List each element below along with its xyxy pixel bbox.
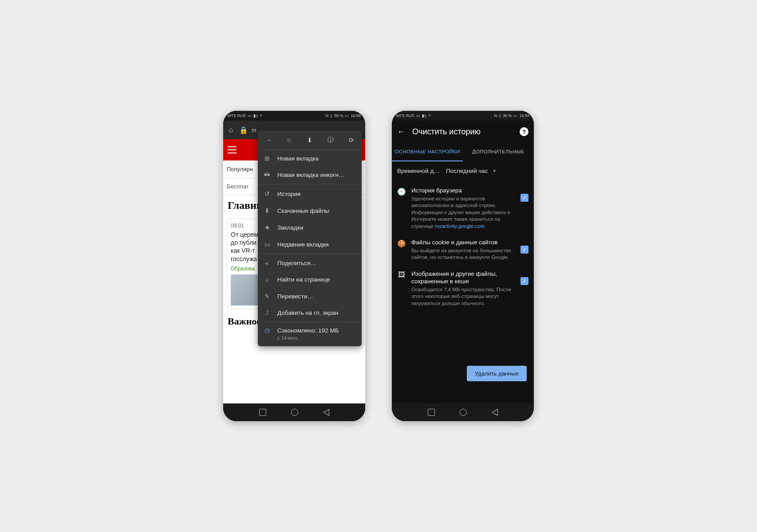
menu-translate[interactable]: ✎ Перевести… xyxy=(258,288,362,305)
saved-main: Сэкономлено: 192 МБ xyxy=(277,327,339,335)
nav-recent-button[interactable] xyxy=(428,409,435,416)
checkbox-checked[interactable]: ✓ xyxy=(520,194,528,202)
menu-divider xyxy=(258,254,362,254)
hamburger-icon[interactable] xyxy=(228,146,237,153)
menu-bookmarks[interactable]: ★ Закладки xyxy=(258,219,362,236)
signal-icon: ▮▯ xyxy=(422,113,426,118)
status-time: 16:58 xyxy=(351,113,361,118)
delete-data-button[interactable]: Удалить данные xyxy=(467,366,527,381)
time-range-select[interactable]: Последний час ▼ xyxy=(446,168,497,174)
bookmark-star-icon[interactable]: ☆ xyxy=(286,137,292,144)
nfc-icon: N xyxy=(325,113,328,118)
star-icon: ★ xyxy=(263,224,271,231)
android-nav-bar xyxy=(392,403,534,421)
status-bar: MTS RUS ▭ ▮▯ ᯤ N ▯ 39 % ▭ 16:58 xyxy=(223,111,365,121)
battery-percent: 39 % xyxy=(503,113,512,118)
home-icon[interactable]: ⌂ xyxy=(227,126,235,134)
clear-item-cookies[interactable]: 🍪 Файлы cookie и данные сайтов Вы выйдет… xyxy=(392,234,534,266)
menu-new-tab[interactable]: ⊞ Новая вкладка xyxy=(258,150,362,167)
devices-icon: ▭ xyxy=(263,241,271,248)
volte-icon: ▭ xyxy=(248,113,252,118)
history-icon: ↺ xyxy=(263,190,271,197)
carrier-label: MTS RUS xyxy=(228,113,246,118)
battery-icon: ▭ xyxy=(345,113,349,118)
clock-icon: 🕘 xyxy=(397,188,406,196)
menu-share[interactable]: ⪪ Поделиться… xyxy=(258,255,362,271)
back-arrow-icon[interactable]: ← xyxy=(397,127,405,137)
clear-item-desc: Освободится 7,4 МБ пространства. После э… xyxy=(411,286,515,307)
volte-icon: ▭ xyxy=(416,113,420,118)
saved-sub: с 14 июн. xyxy=(277,335,339,341)
menu-top-row: → ☆ ⬇ ⓘ ⟳ xyxy=(258,130,362,150)
screen-body: ← Очистить историю ? ОСНОВНЫЕ НАСТРОЙКИ … xyxy=(392,121,534,403)
add-home-icon: ⤴ xyxy=(263,309,271,316)
translate-icon: ✎ xyxy=(263,293,271,300)
menu-divider xyxy=(258,322,362,322)
time-range-row[interactable]: Временной д… Последний час ▼ xyxy=(392,161,534,180)
clear-item-desc: Удаление истории и вариантов автозаполне… xyxy=(411,196,515,230)
search-page-icon: ⌕ xyxy=(263,276,271,283)
clear-list: 🕘 История браузера Удаление истории и ва… xyxy=(392,180,534,313)
clear-item-title: Файлы cookie и данные сайтов xyxy=(411,239,515,246)
clear-history-header: ← Очистить историю ? xyxy=(392,121,534,143)
forward-icon[interactable]: → xyxy=(265,137,272,143)
menu-data-saved[interactable]: ◷ Сэкономлено: 192 МБ с 14 июн. xyxy=(258,323,362,344)
checkbox-checked[interactable]: ✓ xyxy=(520,277,528,285)
lock-icon: 🔒 xyxy=(239,126,247,134)
time-range-label: Временной д… xyxy=(397,168,446,174)
menu-recent-tabs[interactable]: ▭ Недавние вкладки xyxy=(258,236,362,253)
menu-add-to-home[interactable]: ⤴ Добавить на гл. экран xyxy=(258,305,362,321)
signal-icon: ▮▯ xyxy=(253,113,258,118)
download-icon[interactable]: ⬇ xyxy=(307,137,312,144)
image-icon: 🖼 xyxy=(397,271,406,279)
nav-back-button[interactable] xyxy=(492,409,498,416)
info-icon[interactable]: ⓘ xyxy=(327,136,334,144)
wifi-icon: ᯤ xyxy=(260,113,264,118)
help-icon[interactable]: ? xyxy=(520,127,528,136)
clear-item-cache[interactable]: 🖼 Изображения и другие файлы, сохраненны… xyxy=(392,266,534,312)
clear-item-desc: Вы выйдете из аккаунтов на большинстве с… xyxy=(411,247,515,261)
download-icon: ⬇ xyxy=(263,207,271,214)
battery-icon: ▭ xyxy=(513,113,517,118)
nav-recent-button[interactable] xyxy=(259,409,266,416)
nav-back-button[interactable] xyxy=(323,409,329,416)
status-time: 16:58 xyxy=(519,113,529,118)
plus-box-icon: ⊞ xyxy=(263,155,271,162)
clear-item-history[interactable]: 🕘 История браузера Удаление истории и ва… xyxy=(392,182,534,234)
android-nav-bar xyxy=(223,403,365,421)
battery-percent: 39 % xyxy=(334,113,343,118)
nfc-icon: N xyxy=(494,113,497,118)
tabs-row: ОСНОВНЫЕ НАСТРОЙКИ ДОПОЛНИТЕЛЬНЫЕ xyxy=(392,143,534,161)
cookie-icon: 🍪 xyxy=(397,239,406,248)
chevron-down-icon: ▼ xyxy=(493,168,497,173)
nav-home-button[interactable] xyxy=(460,409,467,416)
nav-home-button[interactable] xyxy=(291,409,298,416)
checkbox-checked[interactable]: ✓ xyxy=(520,246,528,254)
clear-item-title: История браузера xyxy=(411,187,515,195)
vibrate-icon: ▯ xyxy=(499,113,501,118)
speedometer-icon: ◷ xyxy=(263,327,271,341)
phone-left: MTS RUS ▭ ▮▯ ᯤ N ▯ 39 % ▭ 16:58 ⌂ 🔒 m По… xyxy=(223,111,365,421)
stage: MTS RUS ▭ ▮▯ ᯤ N ▯ 39 % ▭ 16:58 ⌂ 🔒 m По… xyxy=(87,61,670,471)
share-icon: ⪪ xyxy=(263,260,271,266)
menu-history[interactable]: ↺ История xyxy=(258,185,362,202)
status-bar: MTS RUS ▭ ▮▯ ᯤ N ▯ 39 % ▭ 16:58 xyxy=(392,111,534,121)
carrier-label: MTS RUS xyxy=(396,113,414,118)
menu-divider xyxy=(258,184,362,184)
wifi-icon: ᯤ xyxy=(428,113,432,118)
menu-find[interactable]: ⌕ Найти на странице xyxy=(258,271,362,288)
vibrate-icon: ▯ xyxy=(330,113,332,118)
menu-new-incognito[interactable]: 🕶 Новая вкладка инкогн… xyxy=(258,167,362,183)
reload-icon[interactable]: ⟳ xyxy=(349,137,354,144)
menu-downloads[interactable]: ⬇ Скачанные файлы xyxy=(258,202,362,219)
activity-link[interactable]: myactivity.google.com xyxy=(435,223,485,229)
chrome-menu-panel: → ☆ ⬇ ⓘ ⟳ ⊞ Новая вкладка 🕶 Новая вкладк… xyxy=(258,130,362,346)
time-range-value: Последний час xyxy=(446,168,488,174)
tab-advanced[interactable]: ДОПОЛНИТЕЛЬНЫЕ xyxy=(463,143,534,161)
url-text[interactable]: m xyxy=(252,127,256,133)
phone-right: MTS RUS ▭ ▮▯ ᯤ N ▯ 39 % ▭ 16:58 ← Очисти… xyxy=(392,111,534,421)
page-title: Очистить историю xyxy=(412,127,520,137)
clear-item-title: Изображения и другие файлы, сохраненные … xyxy=(411,270,515,286)
incognito-icon: 🕶 xyxy=(263,172,271,178)
tab-basic[interactable]: ОСНОВНЫЕ НАСТРОЙКИ xyxy=(392,143,463,161)
